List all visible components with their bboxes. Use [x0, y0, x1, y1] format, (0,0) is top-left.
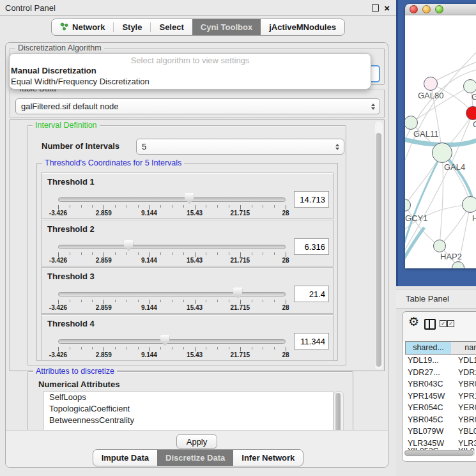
table-data-combo[interactable]: galFiltered.sif default node [15, 98, 380, 114]
node-partial-top-right[interactable] [463, 79, 476, 93]
tab-select[interactable]: Select [151, 19, 192, 35]
threshold-4-slider[interactable]: -3.4262.8599.14415.4321.71528 [58, 334, 286, 358]
slider-track[interactable] [58, 197, 286, 202]
tab-cyni-toolbox[interactable]: Cyni Toolbox [192, 19, 261, 35]
close-window-icon[interactable] [410, 5, 418, 13]
scrollbar-thumb[interactable] [335, 393, 341, 435]
table-row[interactable]: YDR27...YDR2 [403, 368, 476, 380]
interval-definition-group: Interval Definition Number of Intervals … [27, 125, 346, 365]
float-panel-icon[interactable] [372, 4, 379, 12]
settings-vertical-scrollbar[interactable] [374, 121, 383, 369]
slider-tick-labels: -3.4262.8599.14415.4321.71528 [58, 304, 286, 311]
panel-title: Control Panel [5, 3, 56, 13]
table-row[interactable]: YDL19...YDL1 [403, 356, 476, 368]
minimize-window-icon[interactable] [422, 5, 431, 13]
threshold-2-panel: Threshold 2 -3.4262.8599.14415.4321.7152… [41, 220, 334, 266]
right-region: GAL80 G C GAL11 GAL4 GCY1 H HAP2 Table P… [396, 0, 476, 476]
tab-discretize-data[interactable]: Discretize Data [157, 450, 233, 466]
node-label-partial-g: G [472, 92, 476, 102]
slider-track[interactable] [58, 292, 286, 296]
dropdown-option-manual[interactable]: Manual Discretization [10, 65, 371, 76]
table-horizontal-scrollbar[interactable] [404, 450, 475, 456]
number-of-intervals-combo[interactable]: 5 [136, 139, 344, 155]
network-icon [60, 22, 68, 33]
column-header-shared-name[interactable]: shared... [405, 341, 452, 355]
algorithm-settings-pane: Interval Definition Number of Intervals … [10, 119, 385, 371]
table-toolbar: ⚙ ✓ ✓ [403, 312, 476, 341]
tab-infer-network[interactable]: Infer Network [233, 450, 303, 466]
tab-network[interactable]: Network [52, 19, 113, 35]
list-item[interactable]: SelfLoops [44, 392, 333, 403]
table-row[interactable]: YBR043CYBR0 [403, 380, 476, 392]
zoom-window-icon[interactable] [435, 5, 443, 13]
threshold-4-panel: Threshold 4 -3.4262.8599.14415.4321.7152… [41, 314, 334, 361]
scrollbar-thumb[interactable] [404, 450, 473, 456]
threshold-label: Threshold 2 [47, 224, 95, 234]
threshold-4-value-input[interactable] [294, 333, 329, 349]
table-row[interactable]: YBR045CYBR0 [403, 415, 476, 427]
control-panel-titlebar: Control Panel × [0, 0, 396, 16]
slider-thumb[interactable] [233, 288, 243, 298]
node-label-gal11: GAL11 [413, 129, 439, 139]
gear-icon[interactable]: ⚙ [408, 314, 419, 329]
table-row[interactable]: YPR145WYPR1 [403, 392, 476, 404]
table-panel-window: ⚙ ✓ ✓ shared... name YDL19...YDL1 YDR27.… [402, 311, 476, 462]
node-red-selected[interactable] [466, 106, 476, 120]
tab-impute-data[interactable]: Impute Data [93, 450, 157, 466]
number-of-intervals-label: Number of Intervals [42, 141, 119, 151]
network-canvas[interactable]: GAL80 G C GAL11 GAL4 GCY1 H HAP2 [405, 15, 476, 268]
network-window-titlebar[interactable] [405, 4, 476, 15]
slider-tick-labels: -3.4262.8599.14415.4321.71528 [58, 210, 286, 217]
node-label-h: H [472, 213, 476, 223]
node-gal80[interactable] [424, 77, 438, 91]
column-header-name[interactable]: name [451, 341, 476, 355]
threshold-3-slider[interactable]: -3.4262.8599.14415.4321.71528 [58, 287, 286, 311]
dropdown-hint: Select algorithm to view settings [10, 54, 371, 65]
table-row[interactable]: YBL079WYBL0 [403, 427, 476, 439]
table-row[interactable]: YER054CYER0 [403, 403, 476, 415]
node-label-partial-c: C [473, 119, 476, 129]
slider-thumb[interactable] [160, 335, 170, 346]
tab-jactivemnodules[interactable]: jActiveMNodules [261, 19, 344, 35]
split-view-icon[interactable] [424, 319, 436, 330]
application-window: Control Panel × [0, 0, 476, 476]
node-gal4[interactable] [432, 142, 452, 163]
threshold-3-value-input[interactable] [294, 286, 329, 302]
checkbox-icon[interactable]: ✓ [447, 320, 454, 327]
thresholds-coordinates-group: Threshold's Coordinates for 5 Intervals … [36, 163, 338, 361]
slider-track[interactable] [58, 245, 286, 249]
network-edges [405, 15, 476, 268]
close-panel-icon[interactable]: × [384, 3, 390, 13]
threshold-label: Threshold 1 [47, 177, 95, 187]
threshold-1-value-input[interactable] [294, 191, 329, 208]
slider-thumb[interactable] [124, 240, 134, 251]
numerical-attributes-label: Numerical Attributes [38, 380, 119, 389]
apply-button[interactable]: Apply [176, 434, 218, 449]
table-data-group: Table Data galFiltered.sif default node [10, 89, 385, 118]
top-tab-bar: Network Style Select Cyni Toolbox jActiv… [0, 19, 396, 36]
group-title: Interval Definition [33, 121, 100, 130]
threshold-2-value-input[interactable] [294, 238, 329, 255]
tab-style[interactable]: Style [114, 19, 150, 35]
checkbox-icon[interactable]: ✓ [440, 320, 447, 327]
list-item[interactable]: TopologicalCoefficient [44, 403, 333, 415]
threshold-1-slider[interactable]: -3.4262.8599.14415.4321.71528 [58, 192, 286, 217]
scrollbar-thumb[interactable] [376, 133, 381, 367]
dropdown-option-equal-width[interactable]: Equal Width/Frequency Discretization [10, 76, 371, 87]
control-panel: Control Panel × [0, 0, 396, 476]
node-label-gcy1: GCY1 [405, 213, 427, 223]
node-h-partial[interactable] [462, 196, 476, 213]
network-view-window: GAL80 G C GAL11 GAL4 GCY1 H HAP2 [405, 4, 476, 268]
threshold-2-slider[interactable]: -3.4262.8599.14415.4321.71528 [58, 240, 286, 264]
node-hap2[interactable] [433, 240, 446, 252]
slider-tick-labels: -3.4262.8599.14415.4321.71528 [58, 351, 286, 358]
threshold-label: Threshold 4 [47, 319, 95, 328]
group-title: Attributes to discretize [33, 367, 117, 376]
combo-spinner-icon [371, 104, 380, 110]
cyni-toolbox-panel: Discretization Algorithm Select algorith… [5, 42, 388, 468]
list-item[interactable]: BetweennessCentrality [44, 415, 333, 426]
node-label-gal80: GAL80 [418, 91, 443, 100]
slider-track[interactable] [58, 339, 286, 344]
node-label-hap2: HAP2 [440, 252, 462, 261]
slider-thumb[interactable] [185, 193, 194, 204]
